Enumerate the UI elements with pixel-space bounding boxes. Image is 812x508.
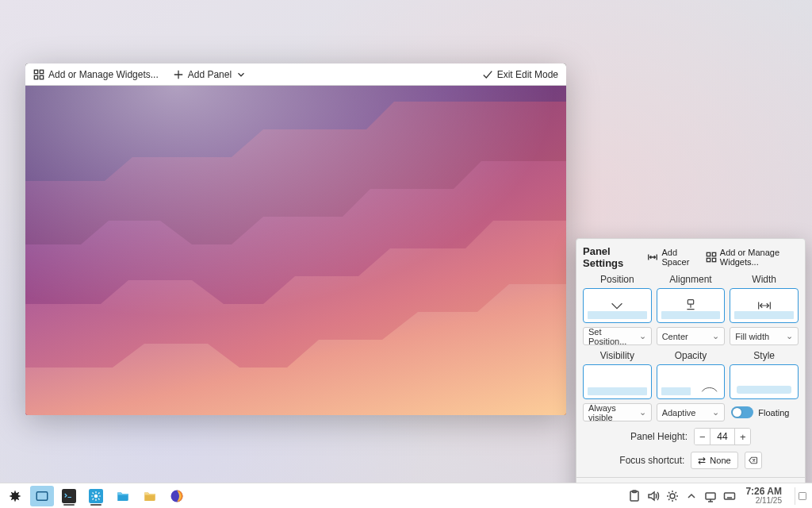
panel-height-spinbox[interactable]: − 44 + (694, 428, 751, 445)
chevron-down-icon: ⌄ (712, 407, 719, 418)
opacity-tile[interactable] (657, 364, 726, 399)
visibility-cell: Visibility Always visible ⌄ (583, 350, 652, 421)
alignment-tile[interactable] (657, 288, 726, 323)
add-manage-widgets-button[interactable]: Add or Manage Widgets... (30, 67, 162, 83)
position-dropdown[interactable]: Set Position... ⌄ (583, 327, 652, 345)
add-spacer-label: Add Spacer (661, 248, 694, 267)
svg-rect-22 (725, 493, 735, 499)
folder-icon (143, 489, 157, 503)
visibility-dropdown[interactable]: Always visible ⌄ (583, 403, 652, 421)
terminal-icon (62, 489, 76, 503)
chevron-down-icon: ⌄ (639, 407, 646, 418)
chevron-down-icon: ⌄ (639, 331, 646, 341)
alignment-label: Alignment (657, 274, 726, 285)
pinned-app-firefox[interactable] (165, 486, 189, 506)
pinned-app-dolphin[interactable] (111, 486, 135, 506)
clear-shortcut-button[interactable] (745, 452, 762, 469)
svg-rect-8 (707, 258, 710, 261)
show-desktop-icon (798, 491, 807, 501)
position-tile[interactable] (583, 288, 652, 323)
position-label: Position (583, 274, 652, 285)
clock[interactable]: 7:26 AM 2/11/25 (745, 487, 782, 505)
add-manage-widgets-label: Add or Manage Widgets... (48, 69, 159, 80)
svg-rect-6 (707, 252, 710, 256)
svg-rect-23 (799, 492, 806, 499)
opacity-cell: Opacity Adaptive ⌄ (657, 350, 726, 421)
clock-date: 2/11/25 (756, 497, 782, 506)
firefox-icon (170, 489, 184, 503)
svg-rect-1 (40, 70, 43, 73)
focus-shortcut-value: None (710, 456, 730, 465)
chevron-down-icon (236, 69, 247, 80)
add-spacer-button[interactable]: Add Spacer (645, 246, 696, 268)
task-view-button[interactable] (30, 486, 54, 506)
tray-brightness[interactable] (666, 490, 679, 502)
chevron-down-icon: ⌄ (786, 331, 793, 341)
edit-toolbar: Add or Manage Widgets... Add Panel Exit … (25, 64, 566, 86)
widgets-grid-icon (706, 252, 717, 263)
svg-point-20 (670, 494, 675, 498)
panel-height-row: Panel Height: − 44 + (583, 428, 799, 445)
tray-network[interactable] (704, 490, 717, 502)
panel-height-label: Panel Height: (630, 431, 688, 442)
tray-expand[interactable] (685, 490, 698, 502)
position-cell: Position Set Position... ⌄ (583, 274, 652, 345)
visibility-value: Always visible (588, 403, 639, 422)
panel-settings-title: Panel Settings (583, 245, 638, 269)
width-label: Width (730, 274, 799, 285)
tray-clipboard[interactable] (628, 490, 641, 502)
tray-volume[interactable] (647, 490, 660, 502)
visibility-tile[interactable] (583, 364, 652, 399)
width-dropdown[interactable]: Fill width ⌄ (730, 327, 799, 345)
position-value: Set Position... (588, 327, 639, 346)
alignment-cell: Alignment Center ⌄ (657, 274, 726, 345)
panel-height-decrease[interactable]: − (695, 429, 710, 444)
svg-rect-3 (40, 75, 43, 79)
opacity-value: Adaptive (662, 408, 696, 418)
tray-keyboard[interactable] (723, 490, 736, 502)
svg-rect-5 (25, 86, 566, 415)
svg-rect-0 (34, 70, 37, 73)
app-launcher-button[interactable] (3, 486, 27, 506)
backspace-icon (749, 456, 758, 465)
opacity-label: Opacity (657, 350, 726, 361)
width-value: Fill width (735, 332, 769, 341)
style-label: Style (730, 350, 799, 361)
style-tile[interactable] (730, 364, 799, 399)
plus-icon (173, 69, 184, 80)
width-tile[interactable] (730, 288, 799, 323)
svg-point-16 (94, 494, 98, 498)
width-cell: Width Fill width ⌄ (730, 274, 799, 345)
panel-height-increase[interactable]: + (734, 429, 750, 444)
style-floating-toggle[interactable]: Floating (730, 403, 799, 421)
file-manager-icon (116, 489, 130, 503)
svg-rect-2 (34, 75, 37, 79)
pinned-app-konsole[interactable] (57, 486, 81, 506)
svg-rect-13 (36, 491, 48, 500)
add-panel-button[interactable]: Add Panel (170, 67, 250, 83)
focus-shortcut-row: Focus shortcut: ⇄ None (583, 452, 799, 469)
settings-icon (89, 489, 103, 503)
show-desktop-button[interactable] (795, 487, 809, 505)
system-tray: 7:26 AM 2/11/25 (628, 487, 809, 505)
add-manage-widgets-popup-button[interactable]: Add or Manage Widgets... (703, 246, 799, 268)
opacity-arc-icon (695, 384, 719, 397)
check-icon (482, 69, 493, 80)
panel-settings-popup: Panel Settings Add Spacer Add or Manage … (576, 238, 806, 502)
exit-edit-mode-button[interactable]: Exit Edit Mode (479, 67, 561, 83)
pinned-app-files[interactable] (138, 486, 162, 506)
widgets-grid-icon (33, 69, 44, 80)
edit-mode-window: Add or Manage Widgets... Add Panel Exit … (25, 64, 566, 415)
toggle-switch-icon[interactable] (731, 406, 753, 418)
clock-time: 7:26 AM (745, 487, 782, 497)
style-value: Floating (758, 408, 789, 418)
style-cell: Style Floating (730, 350, 799, 421)
panel-settings-grid: Position Set Position... ⌄ Alignment Cen… (583, 274, 799, 421)
pinned-app-system-settings[interactable] (84, 486, 108, 506)
alignment-dropdown[interactable]: Center ⌄ (657, 327, 726, 345)
panel-height-value: 44 (710, 429, 734, 444)
opacity-dropdown[interactable]: Adaptive ⌄ (657, 403, 726, 421)
kde-logo-icon (8, 489, 22, 503)
focus-shortcut-button[interactable]: ⇄ None (691, 452, 737, 469)
spacer-icon (647, 252, 658, 263)
